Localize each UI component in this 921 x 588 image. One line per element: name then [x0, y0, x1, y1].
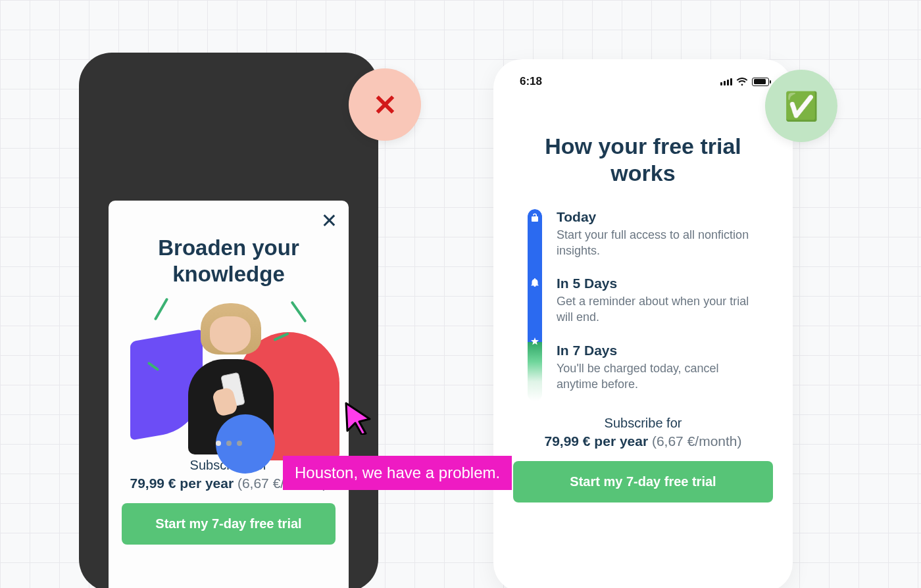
start-trial-button[interactable]: Start my 7-day free trial [122, 503, 336, 545]
timeline-rail [528, 209, 542, 401]
trial-heading: How your free trial works [513, 133, 773, 187]
step-desc: You'll be charged today, cancel anytime … [557, 360, 754, 393]
bell-icon [528, 278, 542, 289]
heading-line-2: knowledge [172, 262, 285, 286]
cursor-icon [343, 402, 372, 435]
check-icon: ✅ [784, 90, 818, 122]
heading-line-1: Broaden your [158, 235, 299, 260]
x-icon: ✕ [373, 88, 397, 122]
close-icon[interactable] [321, 212, 337, 228]
hero-illustration [130, 296, 328, 454]
timeline-step-today: Today Start your full access to all nonf… [557, 209, 773, 259]
page-dots [216, 441, 242, 446]
paywall-modal-bad: Broaden your knowledge [109, 201, 349, 588]
step-desc: Get a reminder about when your trial wil… [557, 293, 754, 326]
page-dot[interactable] [226, 441, 232, 446]
heading-line-1: How your free trial [545, 134, 741, 159]
step-title: Today [557, 209, 773, 225]
step-title: In 7 Days [557, 343, 773, 358]
price-row: 79,99 € per year (6,67 €/month) [513, 433, 773, 449]
canvas: Broaden your knowledge [0, 0, 921, 588]
good-example-badge: ✅ [765, 70, 837, 142]
status-icons [720, 78, 769, 86]
status-bar: 6:18 [513, 75, 773, 93]
heading-line-2: works [610, 160, 675, 185]
unlock-icon [528, 213, 542, 224]
star-icon [528, 337, 542, 347]
price-monthly: (6,67 €/month) [652, 433, 742, 449]
trial-timeline: Today Start your full access to all nonf… [528, 209, 773, 393]
signal-icon [720, 78, 732, 86]
bad-example-badge: ✕ [349, 68, 421, 141]
price-yearly: 79,99 € per year [130, 476, 234, 491]
timeline-step-7-days: In 7 Days You'll be charged today, cance… [557, 343, 773, 393]
start-trial-button[interactable]: Start my 7-day free trial [513, 461, 773, 502]
accent-line [153, 298, 168, 321]
status-time: 6:18 [520, 75, 542, 88]
wifi-icon [736, 78, 748, 86]
price-yearly: 79,99 € per year [544, 433, 648, 449]
battery-icon [752, 78, 769, 86]
step-desc: Start your full access to all nonfiction… [557, 227, 754, 259]
paywall-heading: Broaden your knowledge [122, 235, 336, 287]
subscribe-for-label: Subscribe for [513, 416, 773, 431]
page-dot-active[interactable] [216, 441, 221, 446]
page-dot[interactable] [237, 441, 242, 446]
annotation-label: Houston, we have a problem. [283, 456, 512, 490]
phone-bad-example: Broaden your knowledge [79, 53, 378, 588]
phone-good-example: 6:18 How your free trial works [493, 59, 793, 588]
accent-line [290, 301, 307, 322]
timeline-step-5-days: In 5 Days Get a reminder about when your… [557, 276, 773, 326]
step-title: In 5 Days [557, 276, 773, 291]
